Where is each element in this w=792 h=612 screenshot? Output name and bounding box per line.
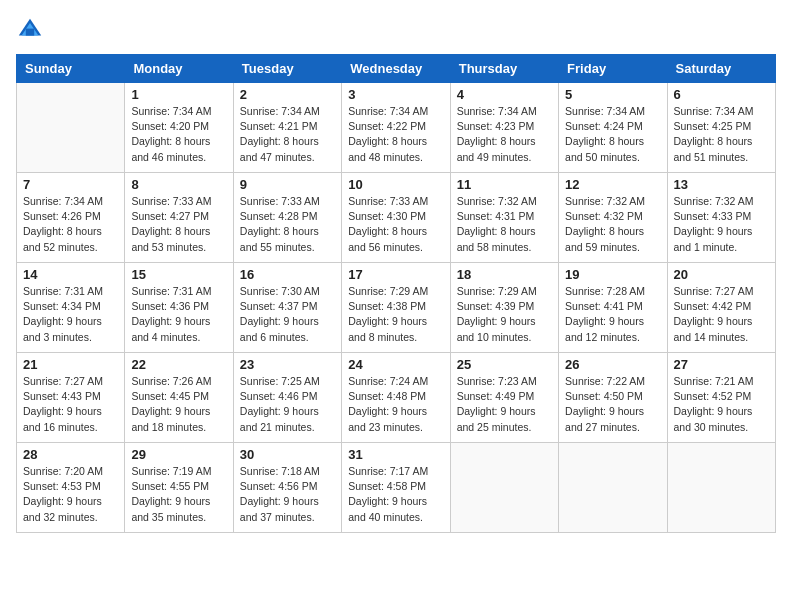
day-number: 14 [23,267,118,282]
calendar-cell: 9Sunrise: 7:33 AMSunset: 4:28 PMDaylight… [233,173,341,263]
calendar-cell [450,443,558,533]
calendar-cell [17,83,125,173]
day-info: Sunrise: 7:28 AMSunset: 4:41 PMDaylight:… [565,284,660,345]
week-row-5: 28Sunrise: 7:20 AMSunset: 4:53 PMDayligh… [17,443,776,533]
day-info: Sunrise: 7:34 AMSunset: 4:21 PMDaylight:… [240,104,335,165]
calendar-cell: 1Sunrise: 7:34 AMSunset: 4:20 PMDaylight… [125,83,233,173]
day-info: Sunrise: 7:19 AMSunset: 4:55 PMDaylight:… [131,464,226,525]
day-info: Sunrise: 7:34 AMSunset: 4:22 PMDaylight:… [348,104,443,165]
day-info: Sunrise: 7:34 AMSunset: 4:26 PMDaylight:… [23,194,118,255]
day-number: 2 [240,87,335,102]
day-info: Sunrise: 7:33 AMSunset: 4:28 PMDaylight:… [240,194,335,255]
calendar-cell: 15Sunrise: 7:31 AMSunset: 4:36 PMDayligh… [125,263,233,353]
day-info: Sunrise: 7:32 AMSunset: 4:33 PMDaylight:… [674,194,769,255]
calendar-cell: 18Sunrise: 7:29 AMSunset: 4:39 PMDayligh… [450,263,558,353]
day-number: 19 [565,267,660,282]
calendar-cell: 28Sunrise: 7:20 AMSunset: 4:53 PMDayligh… [17,443,125,533]
day-info: Sunrise: 7:34 AMSunset: 4:25 PMDaylight:… [674,104,769,165]
calendar-cell: 5Sunrise: 7:34 AMSunset: 4:24 PMDaylight… [559,83,667,173]
day-info: Sunrise: 7:22 AMSunset: 4:50 PMDaylight:… [565,374,660,435]
calendar-cell: 20Sunrise: 7:27 AMSunset: 4:42 PMDayligh… [667,263,775,353]
day-number: 29 [131,447,226,462]
page-header [16,16,776,44]
calendar-cell: 25Sunrise: 7:23 AMSunset: 4:49 PMDayligh… [450,353,558,443]
calendar-cell: 12Sunrise: 7:32 AMSunset: 4:32 PMDayligh… [559,173,667,263]
day-number: 28 [23,447,118,462]
day-number: 10 [348,177,443,192]
day-info: Sunrise: 7:34 AMSunset: 4:24 PMDaylight:… [565,104,660,165]
calendar-cell: 26Sunrise: 7:22 AMSunset: 4:50 PMDayligh… [559,353,667,443]
day-info: Sunrise: 7:33 AMSunset: 4:30 PMDaylight:… [348,194,443,255]
day-number: 21 [23,357,118,372]
calendar-cell: 21Sunrise: 7:27 AMSunset: 4:43 PMDayligh… [17,353,125,443]
calendar-cell: 29Sunrise: 7:19 AMSunset: 4:55 PMDayligh… [125,443,233,533]
day-number: 7 [23,177,118,192]
day-number: 3 [348,87,443,102]
calendar-cell: 3Sunrise: 7:34 AMSunset: 4:22 PMDaylight… [342,83,450,173]
calendar-header-row: SundayMondayTuesdayWednesdayThursdayFrid… [17,55,776,83]
calendar-cell: 24Sunrise: 7:24 AMSunset: 4:48 PMDayligh… [342,353,450,443]
day-info: Sunrise: 7:23 AMSunset: 4:49 PMDaylight:… [457,374,552,435]
day-info: Sunrise: 7:34 AMSunset: 4:20 PMDaylight:… [131,104,226,165]
week-row-2: 7Sunrise: 7:34 AMSunset: 4:26 PMDaylight… [17,173,776,263]
day-info: Sunrise: 7:31 AMSunset: 4:36 PMDaylight:… [131,284,226,345]
day-info: Sunrise: 7:24 AMSunset: 4:48 PMDaylight:… [348,374,443,435]
calendar-cell: 4Sunrise: 7:34 AMSunset: 4:23 PMDaylight… [450,83,558,173]
day-number: 13 [674,177,769,192]
day-info: Sunrise: 7:31 AMSunset: 4:34 PMDaylight:… [23,284,118,345]
week-row-1: 1Sunrise: 7:34 AMSunset: 4:20 PMDaylight… [17,83,776,173]
day-number: 12 [565,177,660,192]
calendar-table: SundayMondayTuesdayWednesdayThursdayFrid… [16,54,776,533]
day-number: 18 [457,267,552,282]
day-number: 25 [457,357,552,372]
day-number: 27 [674,357,769,372]
column-header-saturday: Saturday [667,55,775,83]
day-info: Sunrise: 7:21 AMSunset: 4:52 PMDaylight:… [674,374,769,435]
calendar-cell: 10Sunrise: 7:33 AMSunset: 4:30 PMDayligh… [342,173,450,263]
calendar-cell: 31Sunrise: 7:17 AMSunset: 4:58 PMDayligh… [342,443,450,533]
day-info: Sunrise: 7:26 AMSunset: 4:45 PMDaylight:… [131,374,226,435]
calendar-cell: 7Sunrise: 7:34 AMSunset: 4:26 PMDaylight… [17,173,125,263]
day-number: 16 [240,267,335,282]
day-info: Sunrise: 7:29 AMSunset: 4:38 PMDaylight:… [348,284,443,345]
day-info: Sunrise: 7:27 AMSunset: 4:42 PMDaylight:… [674,284,769,345]
day-number: 6 [674,87,769,102]
day-info: Sunrise: 7:32 AMSunset: 4:31 PMDaylight:… [457,194,552,255]
column-header-sunday: Sunday [17,55,125,83]
calendar-cell [667,443,775,533]
calendar-cell: 27Sunrise: 7:21 AMSunset: 4:52 PMDayligh… [667,353,775,443]
calendar-cell: 23Sunrise: 7:25 AMSunset: 4:46 PMDayligh… [233,353,341,443]
calendar-cell: 17Sunrise: 7:29 AMSunset: 4:38 PMDayligh… [342,263,450,353]
day-number: 24 [348,357,443,372]
day-number: 4 [457,87,552,102]
day-info: Sunrise: 7:25 AMSunset: 4:46 PMDaylight:… [240,374,335,435]
day-number: 17 [348,267,443,282]
day-info: Sunrise: 7:29 AMSunset: 4:39 PMDaylight:… [457,284,552,345]
day-info: Sunrise: 7:20 AMSunset: 4:53 PMDaylight:… [23,464,118,525]
calendar-cell: 16Sunrise: 7:30 AMSunset: 4:37 PMDayligh… [233,263,341,353]
calendar-cell: 30Sunrise: 7:18 AMSunset: 4:56 PMDayligh… [233,443,341,533]
column-header-friday: Friday [559,55,667,83]
day-number: 8 [131,177,226,192]
calendar-cell: 8Sunrise: 7:33 AMSunset: 4:27 PMDaylight… [125,173,233,263]
column-header-tuesday: Tuesday [233,55,341,83]
calendar-cell: 11Sunrise: 7:32 AMSunset: 4:31 PMDayligh… [450,173,558,263]
svg-rect-2 [26,29,34,36]
day-info: Sunrise: 7:18 AMSunset: 4:56 PMDaylight:… [240,464,335,525]
calendar-cell: 22Sunrise: 7:26 AMSunset: 4:45 PMDayligh… [125,353,233,443]
calendar-cell: 14Sunrise: 7:31 AMSunset: 4:34 PMDayligh… [17,263,125,353]
column-header-monday: Monday [125,55,233,83]
calendar-cell: 19Sunrise: 7:28 AMSunset: 4:41 PMDayligh… [559,263,667,353]
day-number: 15 [131,267,226,282]
calendar-cell: 6Sunrise: 7:34 AMSunset: 4:25 PMDaylight… [667,83,775,173]
logo [16,16,48,44]
day-number: 31 [348,447,443,462]
calendar-cell [559,443,667,533]
calendar-cell: 13Sunrise: 7:32 AMSunset: 4:33 PMDayligh… [667,173,775,263]
day-number: 9 [240,177,335,192]
day-number: 22 [131,357,226,372]
column-header-thursday: Thursday [450,55,558,83]
day-info: Sunrise: 7:27 AMSunset: 4:43 PMDaylight:… [23,374,118,435]
day-number: 5 [565,87,660,102]
calendar-cell: 2Sunrise: 7:34 AMSunset: 4:21 PMDaylight… [233,83,341,173]
